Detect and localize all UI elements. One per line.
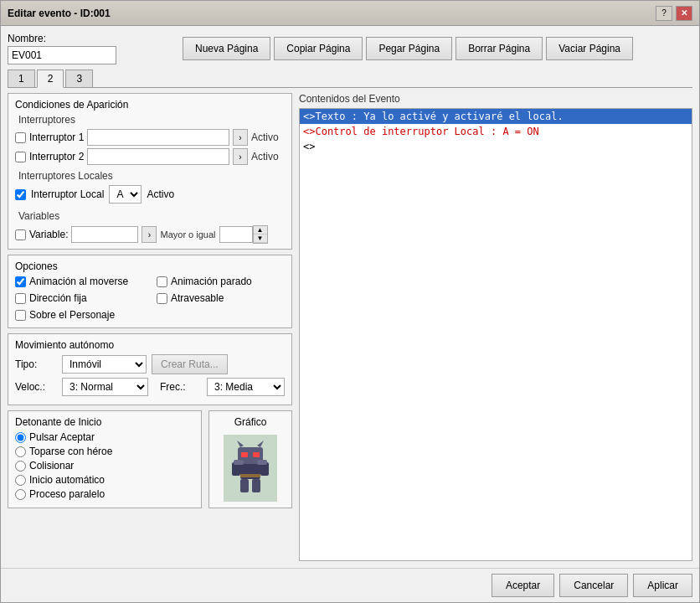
movimiento-title: Movimiento autónomo	[15, 339, 285, 351]
grafico-title: Gráfico	[234, 416, 267, 428]
nombre-input[interactable]	[8, 46, 116, 64]
opciones-section: Opciones Animación al moverse Animación …	[8, 255, 292, 328]
interruptores-locales-subtitle: Interruptores Locales	[18, 170, 285, 182]
sprite-svg	[225, 437, 275, 500]
atravesable-row: Atravesable	[157, 292, 285, 304]
contenidos-list[interactable]: <>Texto : Ya lo activé y activaré el loc…	[299, 108, 692, 561]
aplicar-button[interactable]: Aplicar	[633, 574, 692, 597]
tipo-select[interactable]: Inmóvil Aleatorio Seguir Héroe Ruta Fija	[62, 355, 147, 374]
detonante-grafico-section: Detonante de Inicio Pulsar Aceptar Topar…	[8, 410, 292, 508]
left-panel: Condiciones de Aparición Interruptores I…	[8, 93, 292, 561]
animacion-moverse-row: Animación al moverse	[15, 276, 143, 287]
cancelar-button[interactable]: Cancelar	[559, 574, 628, 597]
detonante-label-4: Proceso paralelo	[29, 488, 105, 500]
variable-checkbox[interactable]	[15, 229, 26, 240]
main-content: Nombre: Nueva Página Copiar Página Pegar…	[1, 26, 699, 568]
variable-label: Variable:	[29, 229, 68, 240]
spin-down-btn[interactable]: ▼	[254, 234, 267, 243]
svg-rect-2	[241, 452, 248, 457]
content-item-0[interactable]: <>Texto : Ya lo activé y activaré el loc…	[300, 109, 692, 124]
animacion-moverse-checkbox[interactable]	[15, 276, 26, 287]
variable-num-input[interactable]	[219, 226, 253, 243]
interruptor-local-row: Interruptor Local A B C D Activo	[15, 185, 285, 204]
variable-arrow-btn[interactable]: ›	[142, 226, 157, 243]
spin-container: ▲ ▼	[253, 225, 268, 244]
variable-spin-group: ▲ ▼	[219, 225, 268, 244]
detonante-radio-paralelo[interactable]	[15, 489, 26, 500]
detonante-radio-4: Proceso paralelo	[15, 488, 194, 500]
interruptor1-row: Interruptor 1 › Activo	[15, 129, 285, 146]
svg-rect-8	[240, 479, 249, 492]
interruptores-subtitle: Interruptores	[18, 114, 285, 126]
animacion-parado-row: Animación parado	[157, 276, 285, 287]
interruptor2-input[interactable]	[87, 148, 229, 165]
interruptor-local-select[interactable]: A B C D	[109, 185, 142, 204]
opciones-title: Opciones	[15, 260, 285, 272]
frec-label: Frec.:	[160, 381, 202, 393]
interruptor2-row: Interruptor 2 › Activo	[15, 148, 285, 165]
veloc-label: Veloc.:	[15, 381, 57, 393]
variable-row: Variable: › Mayor o igual ▲ ▼	[15, 225, 285, 244]
tab-3[interactable]: 3	[65, 70, 93, 87]
atravesable-label: Atravesable	[171, 292, 224, 304]
window-title: Editar evento - ID:001	[8, 8, 111, 19]
animacion-moverse-label: Animación al moverse	[29, 276, 128, 287]
detonante-label-3: Inicio automático	[29, 474, 105, 486]
direccion-fija-label: Dirección fija	[29, 292, 87, 304]
interruptor-local-checkbox[interactable]	[15, 189, 26, 200]
interruptor1-activo: Activo	[251, 131, 285, 143]
sprite-graphic[interactable]	[224, 435, 277, 502]
page-buttons: Nueva Página Copiar Página Pegar Página …	[123, 37, 692, 60]
detonante-label-0: Pulsar Aceptar	[29, 431, 95, 443]
detonante-radio-3: Inicio automático	[15, 474, 194, 486]
interruptor1-arrow-btn[interactable]: ›	[233, 129, 248, 146]
interruptor2-arrow-btn[interactable]: ›	[233, 148, 248, 165]
vaciar-pagina-button[interactable]: Vaciar Página	[546, 37, 633, 60]
movimiento-tipo-row: Tipo: Inmóvil Aleatorio Seguir Héroe Rut…	[15, 354, 285, 374]
sobre-personaje-row: Sobre el Personaje	[15, 309, 143, 321]
help-button[interactable]: ?	[656, 6, 672, 21]
animacion-parado-checkbox[interactable]	[157, 276, 167, 287]
sobre-personaje-checkbox[interactable]	[15, 310, 26, 321]
detonante-title: Detonante de Inicio	[15, 416, 194, 428]
animacion-parado-label: Animación parado	[171, 276, 252, 287]
pegar-pagina-button[interactable]: Pegar Página	[366, 37, 452, 60]
interruptor2-checkbox[interactable]	[15, 152, 26, 162]
main-window: Editar evento - ID:001 ? ✕ Nombre: Nueva…	[0, 0, 700, 603]
interruptor1-checkbox[interactable]	[15, 132, 26, 143]
variable-input[interactable]	[71, 226, 138, 243]
svg-rect-10	[240, 474, 260, 477]
close-button[interactable]: ✕	[676, 6, 692, 21]
condiciones-title: Condiciones de Aparición	[15, 99, 285, 111]
detonante-radio-toparse[interactable]	[15, 446, 26, 457]
interruptor-local-activo: Activo	[147, 188, 174, 200]
tab-2[interactable]: 2	[37, 70, 64, 88]
veloc-select[interactable]: 1: Muy lento 2: Lento 3: Normal 4: Rápid…	[62, 378, 148, 396]
atravesable-checkbox[interactable]	[157, 293, 167, 304]
copiar-pagina-button[interactable]: Copiar Página	[274, 37, 363, 60]
detonante-box: Detonante de Inicio Pulsar Aceptar Topar…	[8, 410, 202, 508]
frec-select[interactable]: 1: Muy baja 2: Baja 3: Media 4: Alta 5: …	[207, 378, 285, 396]
tabs-row: 1 2 3	[8, 70, 692, 88]
spin-up-btn[interactable]: ▲	[254, 226, 267, 234]
nueva-pagina-button[interactable]: Nueva Página	[183, 37, 270, 60]
interruptor-local-label: Interruptor Local	[31, 188, 104, 200]
content-item-1[interactable]: <>Control de interruptor Local : A = ON	[300, 124, 692, 139]
interruptor1-input[interactable]	[87, 129, 229, 146]
detonante-radio-inicio[interactable]	[15, 475, 26, 486]
aceptar-button[interactable]: Aceptar	[492, 574, 554, 597]
interruptor1-label: Interruptor 1	[29, 131, 84, 143]
crear-ruta-button[interactable]: Crear Ruta...	[152, 354, 228, 374]
direccion-fija-checkbox[interactable]	[15, 293, 26, 304]
svg-marker-5	[257, 441, 264, 447]
content-item-2[interactable]: <>	[300, 139, 692, 154]
tab-1[interactable]: 1	[8, 70, 35, 87]
movimiento-section: Movimiento autónomo Tipo: Inmóvil Aleato…	[8, 333, 292, 405]
borrar-pagina-button[interactable]: Borrar Página	[456, 37, 543, 60]
svg-rect-12	[257, 460, 267, 465]
interruptor2-activo: Activo	[251, 151, 285, 162]
detonante-radio-1: Toparse con héroe	[15, 446, 194, 457]
variables-subtitle: Variables	[18, 210, 285, 222]
detonante-radio-colisionar[interactable]	[15, 461, 26, 472]
detonante-radio-pulsar[interactable]	[15, 432, 26, 443]
